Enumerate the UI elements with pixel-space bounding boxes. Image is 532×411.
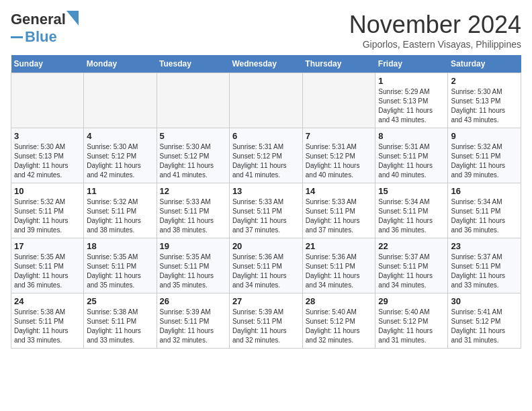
day-info: Sunrise: 5:31 AMSunset: 5:12 PMDaylight:… [306,142,373,180]
day-info: Sunrise: 5:30 AMSunset: 5:13 PMDaylight:… [451,87,518,125]
day-cell: 22Sunrise: 5:37 AMSunset: 5:11 PMDayligh… [375,238,448,293]
day-number: 13 [232,186,300,196]
logo-triangle-icon [66,11,79,26]
day-cell: 26Sunrise: 5:39 AMSunset: 5:11 PMDayligh… [157,293,229,349]
week-row-4: 17Sunrise: 5:35 AMSunset: 5:11 PMDayligh… [11,238,521,293]
day-number: 12 [160,186,226,196]
day-cell: 28Sunrise: 5:40 AMSunset: 5:12 PMDayligh… [302,293,375,349]
day-info: Sunrise: 5:32 AMSunset: 5:11 PMDaylight:… [451,142,518,180]
day-number: 24 [14,296,81,306]
day-number: 4 [87,131,153,141]
day-info: Sunrise: 5:29 AMSunset: 5:13 PMDaylight:… [378,87,445,125]
day-cell: 11Sunrise: 5:32 AMSunset: 5:11 PMDayligh… [84,183,157,238]
day-number: 3 [14,131,81,141]
day-cell: 23Sunrise: 5:37 AMSunset: 5:11 PMDayligh… [448,238,521,293]
day-cell: 9Sunrise: 5:32 AMSunset: 5:11 PMDaylight… [448,128,521,183]
day-cell: 3Sunrise: 5:30 AMSunset: 5:13 PMDaylight… [11,128,84,183]
day-cell: 17Sunrise: 5:35 AMSunset: 5:11 PMDayligh… [11,238,84,293]
day-cell: 24Sunrise: 5:38 AMSunset: 5:11 PMDayligh… [11,293,84,349]
day-cell: 18Sunrise: 5:35 AMSunset: 5:11 PMDayligh… [84,238,157,293]
day-number: 5 [160,131,226,141]
day-cell: 6Sunrise: 5:31 AMSunset: 5:12 PMDaylight… [229,128,302,183]
day-cell [84,73,157,128]
day-number: 16 [451,186,518,196]
day-number: 30 [451,296,518,306]
header-saturday: Saturday [448,55,521,73]
day-info: Sunrise: 5:33 AMSunset: 5:11 PMDaylight:… [306,197,373,235]
day-number: 2 [451,76,518,86]
calendar-table: SundayMondayTuesdayWednesdayThursdayFrid… [11,55,521,349]
day-info: Sunrise: 5:36 AMSunset: 5:11 PMDaylight:… [306,253,373,290]
month-title: November 2024 [349,11,521,39]
day-number: 14 [306,186,373,196]
day-cell: 29Sunrise: 5:40 AMSunset: 5:12 PMDayligh… [375,293,448,349]
header-wednesday: Wednesday [229,55,302,73]
day-info: Sunrise: 5:32 AMSunset: 5:11 PMDaylight:… [87,197,153,235]
day-number: 6 [232,131,300,141]
day-number: 21 [306,241,373,251]
day-cell: 20Sunrise: 5:36 AMSunset: 5:11 PMDayligh… [229,238,302,293]
day-cell: 4Sunrise: 5:30 AMSunset: 5:12 PMDaylight… [84,128,157,183]
day-cell [229,73,302,128]
day-cell: 19Sunrise: 5:35 AMSunset: 5:11 PMDayligh… [157,238,229,293]
day-info: Sunrise: 5:37 AMSunset: 5:11 PMDaylight:… [451,253,518,290]
day-number: 19 [160,241,226,251]
day-number: 10 [14,186,81,196]
header-friday: Friday [375,55,448,73]
day-cell: 2Sunrise: 5:30 AMSunset: 5:13 PMDaylight… [448,73,521,128]
day-cell: 13Sunrise: 5:33 AMSunset: 5:11 PMDayligh… [229,183,302,238]
day-cell: 1Sunrise: 5:29 AMSunset: 5:13 PMDaylight… [375,73,448,128]
day-info: Sunrise: 5:30 AMSunset: 5:12 PMDaylight:… [87,142,153,180]
day-info: Sunrise: 5:39 AMSunset: 5:11 PMDaylight:… [160,308,226,345]
day-info: Sunrise: 5:40 AMSunset: 5:12 PMDaylight:… [378,308,445,345]
day-number: 25 [87,296,153,306]
week-row-1: 1Sunrise: 5:29 AMSunset: 5:13 PMDaylight… [11,73,521,128]
day-cell: 27Sunrise: 5:39 AMSunset: 5:11 PMDayligh… [229,293,302,349]
day-cell: 5Sunrise: 5:30 AMSunset: 5:12 PMDaylight… [157,128,229,183]
header-sunday: Sunday [11,55,84,73]
day-info: Sunrise: 5:41 AMSunset: 5:12 PMDaylight:… [451,308,518,345]
day-number: 26 [160,296,226,306]
day-number: 27 [232,296,300,306]
day-info: Sunrise: 5:30 AMSunset: 5:12 PMDaylight:… [160,142,226,180]
day-number: 1 [378,76,445,86]
day-number: 23 [451,241,518,251]
day-info: Sunrise: 5:38 AMSunset: 5:11 PMDaylight:… [87,308,153,345]
day-info: Sunrise: 5:30 AMSunset: 5:13 PMDaylight:… [14,142,81,180]
logo-general: General [11,11,66,28]
day-cell: 16Sunrise: 5:34 AMSunset: 5:11 PMDayligh… [448,183,521,238]
header-thursday: Thursday [302,55,375,73]
day-number: 18 [87,241,153,251]
day-number: 15 [378,186,445,196]
week-row-2: 3Sunrise: 5:30 AMSunset: 5:13 PMDaylight… [11,128,521,183]
day-cell: 30Sunrise: 5:41 AMSunset: 5:12 PMDayligh… [448,293,521,349]
week-row-3: 10Sunrise: 5:32 AMSunset: 5:11 PMDayligh… [11,183,521,238]
day-info: Sunrise: 5:31 AMSunset: 5:11 PMDaylight:… [378,142,445,180]
logo: General Blue [11,11,79,46]
day-number: 28 [306,296,373,306]
week-row-5: 24Sunrise: 5:38 AMSunset: 5:11 PMDayligh… [11,293,521,349]
day-cell: 14Sunrise: 5:33 AMSunset: 5:11 PMDayligh… [302,183,375,238]
day-cell [302,73,375,128]
day-info: Sunrise: 5:36 AMSunset: 5:11 PMDaylight:… [232,253,300,290]
day-number: 8 [378,131,445,141]
day-info: Sunrise: 5:32 AMSunset: 5:11 PMDaylight:… [14,197,81,235]
day-cell: 12Sunrise: 5:33 AMSunset: 5:11 PMDayligh… [157,183,229,238]
day-info: Sunrise: 5:35 AMSunset: 5:11 PMDaylight:… [14,253,81,290]
day-number: 20 [232,241,300,251]
location: Giporlos, Eastern Visayas, Philippines [349,39,521,50]
day-info: Sunrise: 5:38 AMSunset: 5:11 PMDaylight:… [14,308,81,345]
day-cell: 10Sunrise: 5:32 AMSunset: 5:11 PMDayligh… [11,183,84,238]
day-info: Sunrise: 5:33 AMSunset: 5:11 PMDaylight:… [160,197,226,235]
header-monday: Monday [84,55,157,73]
logo-line [11,36,23,38]
logo-blue: Blue [25,28,57,46]
day-info: Sunrise: 5:31 AMSunset: 5:12 PMDaylight:… [232,142,300,180]
day-number: 22 [378,241,445,251]
day-number: 9 [451,131,518,141]
header-row: SundayMondayTuesdayWednesdayThursdayFrid… [11,55,521,73]
day-number: 11 [87,186,153,196]
day-number: 7 [306,131,373,141]
day-info: Sunrise: 5:33 AMSunset: 5:11 PMDaylight:… [232,197,300,235]
day-number: 17 [14,241,81,251]
